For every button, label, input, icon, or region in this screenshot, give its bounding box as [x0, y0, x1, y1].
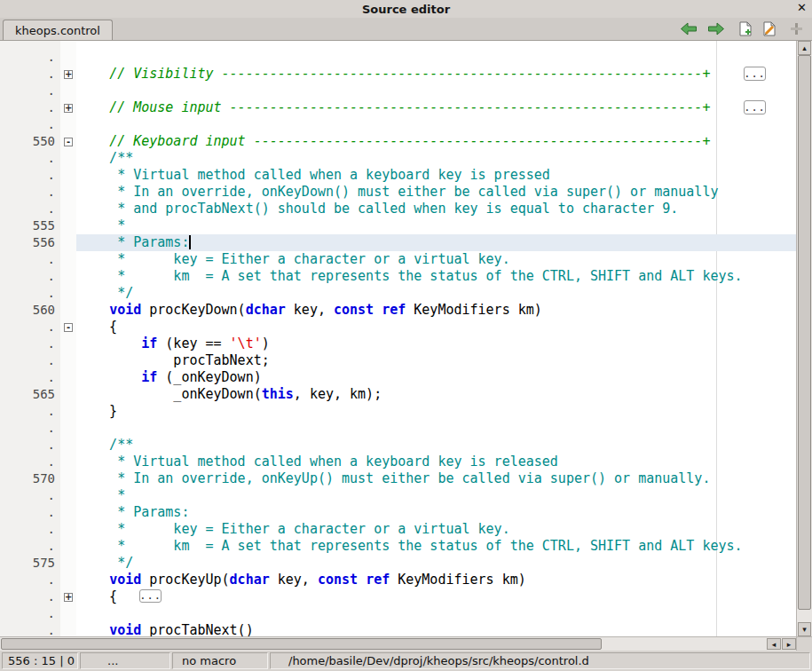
- fold-margin[interactable]: +: [60, 588, 76, 605]
- code-text[interactable]: [76, 116, 796, 133]
- code-text[interactable]: * key = Either a character or a virtual …: [76, 251, 796, 268]
- code-text[interactable]: /**: [76, 437, 796, 454]
- code-text[interactable]: * km = A set that represents the status …: [76, 538, 796, 555]
- line-number[interactable]: .: [0, 521, 60, 538]
- line-number[interactable]: .: [0, 369, 60, 386]
- line-number[interactable]: 560: [0, 302, 60, 319]
- line-number[interactable]: .: [0, 572, 60, 588]
- nav-back-button[interactable]: [680, 22, 698, 36]
- code-text[interactable]: * key = Either a character or a virtual …: [76, 521, 796, 538]
- line-number[interactable]: .: [0, 336, 60, 352]
- code-line[interactable]: . * km = A set that represents the statu…: [0, 538, 796, 555]
- code-line[interactable]: . void procKeyUp(dchar key, const ref Ke…: [0, 572, 796, 588]
- code-text[interactable]: }: [76, 403, 796, 420]
- code-line[interactable]: . */: [0, 285, 796, 302]
- code-line[interactable]: . if (key == '\t'): [0, 336, 796, 352]
- code-line[interactable]: 575 */: [0, 555, 796, 572]
- fold-expand-icon[interactable]: +: [64, 70, 73, 79]
- code-line[interactable]: . void procTabNext(): [0, 622, 796, 636]
- fold-margin[interactable]: -: [60, 133, 76, 150]
- nav-forward-button[interactable]: [707, 22, 725, 36]
- code-line[interactable]: .+ {...: [0, 588, 796, 605]
- code-text[interactable]: [76, 49, 796, 66]
- line-number[interactable]: 550: [0, 133, 60, 150]
- code-line[interactable]: .: [0, 116, 796, 133]
- line-number[interactable]: .: [0, 251, 60, 268]
- line-number[interactable]: .: [0, 201, 60, 217]
- code-line[interactable]: . *: [0, 487, 796, 504]
- code-line[interactable]: . * Virtual method called when a keyboar…: [0, 454, 796, 470]
- line-number[interactable]: .: [0, 268, 60, 285]
- code-line[interactable]: . procTabNext;: [0, 352, 796, 369]
- line-number[interactable]: .: [0, 49, 60, 66]
- code-line[interactable]: . * Params:: [0, 504, 796, 521]
- fold-margin[interactable]: +: [60, 66, 76, 83]
- code-text[interactable]: if (key == '\t'): [76, 336, 796, 352]
- fold-expand-icon[interactable]: +: [64, 104, 73, 113]
- line-number[interactable]: .: [0, 622, 60, 636]
- tab-kheops-control[interactable]: kheops.control: [3, 20, 113, 40]
- code-text[interactable]: *: [76, 487, 796, 504]
- fold-margin[interactable]: +: [60, 99, 76, 116]
- fold-collapse-icon[interactable]: -: [64, 138, 73, 146]
- split-view-button[interactable]: [790, 22, 803, 36]
- code-line[interactable]: .: [0, 420, 796, 437]
- line-number[interactable]: .: [0, 99, 60, 116]
- code-text[interactable]: {...: [76, 588, 796, 605]
- folded-block-ellipsis[interactable]: ...: [744, 67, 766, 81]
- code-line[interactable]: . }: [0, 403, 796, 420]
- line-number[interactable]: 565: [0, 386, 60, 403]
- document-edit-button[interactable]: [762, 21, 777, 36]
- line-number[interactable]: .: [0, 150, 60, 167]
- code-line[interactable]: . /**: [0, 150, 796, 167]
- code-line[interactable]: . * and procTabNext() should be called w…: [0, 201, 796, 217]
- code-text[interactable]: // Visibility --------------------------…: [76, 66, 796, 83]
- code-text[interactable]: procTabNext;: [76, 352, 796, 369]
- window-titlebar[interactable]: Source editor ✕: [0, 0, 812, 18]
- code-text[interactable]: * In an override, onKeyUp() must either …: [76, 470, 796, 487]
- code-text[interactable]: /**: [76, 150, 796, 167]
- code-line[interactable]: . * Virtual method called when a keyboar…: [0, 167, 796, 184]
- line-number[interactable]: .: [0, 538, 60, 555]
- code-text[interactable]: [76, 420, 796, 437]
- code-line[interactable]: 570 * In an override, onKeyUp() must eit…: [0, 470, 796, 487]
- line-number[interactable]: 556: [0, 234, 60, 251]
- vertical-scrollbar-thumb[interactable]: [798, 55, 811, 610]
- code-text[interactable]: _onKeyDown(this, key, km);: [76, 386, 796, 403]
- fold-margin[interactable]: -: [60, 319, 76, 336]
- code-line[interactable]: .+ // Mouse input ----------------------…: [0, 99, 796, 116]
- code-text[interactable]: * Virtual method called when a keyboard …: [76, 454, 796, 470]
- scroll-up-icon[interactable]: ▴: [798, 41, 811, 55]
- code-rows[interactable]: ..+ // Visibility ----------------------…: [0, 49, 796, 636]
- code-line[interactable]: 560 void procKeyDown(dchar key, const re…: [0, 302, 796, 319]
- code-text[interactable]: *: [76, 217, 796, 234]
- fold-expand-icon[interactable]: +: [64, 593, 73, 602]
- line-number[interactable]: .: [0, 352, 60, 369]
- code-line[interactable]: 555 *: [0, 217, 796, 234]
- code-text[interactable]: * Params:: [76, 504, 796, 521]
- code-text[interactable]: * Virtual method called when a keyboard …: [76, 167, 796, 184]
- line-number[interactable]: .: [0, 605, 60, 622]
- code-text[interactable]: * Params:: [76, 234, 796, 251]
- code-line[interactable]: . if (_onKeyDown): [0, 369, 796, 386]
- code-line[interactable]: . * In an override, onKeyDown() must eit…: [0, 184, 796, 201]
- code-editor[interactable]: ..+ // Visibility ----------------------…: [0, 41, 796, 636]
- code-line[interactable]: .: [0, 49, 796, 66]
- code-line[interactable]: . * key = Either a character or a virtua…: [0, 251, 796, 268]
- vertical-scrollbar[interactable]: ▴ ▾: [796, 41, 812, 636]
- line-number[interactable]: .: [0, 116, 60, 133]
- code-line[interactable]: . * km = A set that represents the statu…: [0, 268, 796, 285]
- line-number[interactable]: .: [0, 285, 60, 302]
- code-text[interactable]: // Mouse input -------------------------…: [76, 99, 796, 116]
- code-line[interactable]: .+ // Visibility -----------------------…: [0, 66, 796, 83]
- code-text[interactable]: * and procTabNext() should be called whe…: [76, 201, 796, 217]
- line-number[interactable]: .: [0, 588, 60, 605]
- code-line[interactable]: 550- // Keyboard input -----------------…: [0, 133, 796, 150]
- line-number[interactable]: 575: [0, 555, 60, 572]
- line-number[interactable]: 570: [0, 470, 60, 487]
- line-number[interactable]: .: [0, 83, 60, 99]
- code-text[interactable]: [76, 605, 796, 622]
- line-number[interactable]: 555: [0, 217, 60, 234]
- code-line[interactable]: .- {: [0, 319, 796, 336]
- code-text[interactable]: */: [76, 555, 796, 572]
